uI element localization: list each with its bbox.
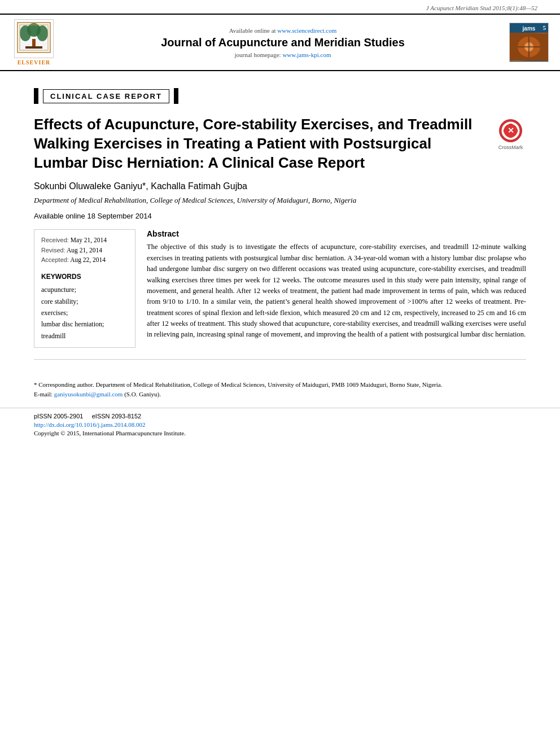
- banner-bar-right: [174, 88, 178, 104]
- issn-line: pISSN 2005-2901 eISSN 2093-8152: [34, 413, 526, 420]
- svg-rect-5: [25, 46, 42, 49]
- received-line: Received: May 21, 2014: [41, 235, 128, 245]
- case-report-banner: CLINICAL CASE REPORT: [34, 88, 526, 104]
- journal-homepage-link[interactable]: www.jams-kpi.com: [282, 51, 331, 58]
- sciencedirect-link[interactable]: www.sciencedirect.com: [277, 27, 336, 34]
- footnote-email-note: (S.O. Ganiyu).: [124, 391, 161, 397]
- left-metadata-col: Received: May 21, 2014 Revised: Aug 21, …: [34, 229, 135, 348]
- doi-link[interactable]: http://dx.doi.org/10.1016/j.jams.2014.08…: [34, 421, 146, 428]
- journal-title: Journal of Acupuncture and Meridian Stud…: [62, 36, 504, 49]
- keywords-list: acupuncture; core stability; exercises; …: [41, 284, 128, 342]
- footnote-star-note: * Corresponding author. Department of Me…: [34, 380, 526, 390]
- eissn-text: eISSN 2093-8152: [92, 413, 141, 420]
- authors-text: Sokunbi Oluwaleke Ganiyu*, Kachalla Fati…: [34, 181, 247, 191]
- keyword-5: treadmill: [41, 330, 128, 342]
- footnote-email-label: E-mail:: [34, 391, 53, 397]
- footnote-email-line: E-mail: ganiyusokunbi@gmail.com (S.O. Ga…: [34, 390, 526, 399]
- keyword-2: core stability;: [41, 296, 128, 307]
- footnote-section: * Corresponding author. Department of Me…: [0, 380, 560, 399]
- footnote-email-address[interactable]: ganiyusokunbi@gmail.com: [54, 391, 123, 397]
- article-title-section: Effects of Acupuncture, Core-stability E…: [34, 115, 526, 172]
- accepted-line: Accepted: Aug 22, 2014: [41, 255, 128, 265]
- keyword-4: lumbar disc herniation;: [41, 318, 128, 330]
- abstract-section: Abstract The objective of this study is …: [147, 229, 526, 348]
- journal-ref-text: J Acupunct Meridian Stud 2015;8(1):48—52: [426, 5, 537, 11]
- banner-bar-left: [34, 88, 38, 104]
- homepage-line: journal homepage: www.jams-kpi.com: [62, 51, 504, 58]
- keyword-1: acupuncture;: [41, 284, 128, 295]
- journal-header: ELSEVIER Available online at www.science…: [0, 14, 560, 71]
- accepted-label: Accepted:: [41, 256, 69, 263]
- jams-issue-number: 5: [543, 24, 546, 31]
- abstract-text: The objective of this study is to invest…: [147, 242, 526, 340]
- elsevier-logo: ELSEVIER: [11, 19, 56, 65]
- bottom-info: pISSN 2005-2901 eISSN 2093-8152 http://d…: [0, 408, 560, 448]
- pissn-text: pISSN 2005-2901: [34, 413, 83, 420]
- available-date: Available online 18 September 2014: [34, 212, 526, 220]
- available-online-line: Available online at www.sciencedirect.co…: [62, 27, 504, 34]
- section-divider: [34, 359, 526, 360]
- footnote-affiliation: * Corresponding author. Department of Me…: [34, 381, 442, 388]
- revised-line: Revised: Aug 21, 2014: [41, 246, 128, 255]
- abstract-title: Abstract: [147, 229, 526, 238]
- main-content: CLINICAL CASE REPORT Effects of Acupunct…: [0, 71, 560, 380]
- journal-center-info: Available online at www.sciencedirect.co…: [62, 27, 504, 58]
- received-date: May 21, 2014: [71, 237, 107, 243]
- dates-section: Received: May 21, 2014 Revised: Aug 21, …: [41, 235, 128, 265]
- journal-reference: J Acupunct Meridian Stud 2015;8(1):48—52: [0, 0, 560, 14]
- article-body-two-col: Received: May 21, 2014 Revised: Aug 21, …: [34, 229, 526, 348]
- accepted-date: Aug 22, 2014: [70, 256, 106, 263]
- doi-line: http://dx.doi.org/10.1016/j.jams.2014.08…: [34, 421, 526, 428]
- revised-label: Revised:: [41, 247, 65, 254]
- authors-line: Sokunbi Oluwaleke Ganiyu*, Kachalla Fati…: [34, 181, 526, 191]
- elsevier-brand-text: ELSEVIER: [18, 59, 51, 65]
- affiliation-text: Department of Medical Rehabilitation, Co…: [34, 196, 526, 205]
- received-label: Received:: [41, 237, 69, 243]
- svg-point-3: [37, 25, 48, 41]
- keyword-3: exercises;: [41, 307, 128, 318]
- keywords-title: KEYWORDS: [41, 272, 128, 282]
- copyright-line: Copyright © 2015, International Pharmacu…: [34, 430, 526, 436]
- crossmark-label: CrossMark: [498, 145, 523, 150]
- crossmark-badge[interactable]: ✕ CrossMark: [495, 118, 526, 150]
- svg-rect-4: [32, 39, 36, 47]
- case-report-label: CLINICAL CASE REPORT: [43, 89, 169, 103]
- available-online-label: Available online at: [229, 27, 276, 34]
- article-title: Effects of Acupuncture, Core-stability E…: [34, 115, 484, 172]
- jams-cover-artwork: [510, 33, 548, 61]
- svg-text:✕: ✕: [508, 126, 514, 135]
- elsevier-tree-icon: [17, 22, 51, 53]
- jams-cover-image: jams 5: [509, 23, 549, 62]
- crossmark-icon: ✕: [498, 118, 523, 143]
- revised-date: Aug 21, 2014: [67, 247, 102, 254]
- homepage-label: journal homepage:: [235, 51, 281, 58]
